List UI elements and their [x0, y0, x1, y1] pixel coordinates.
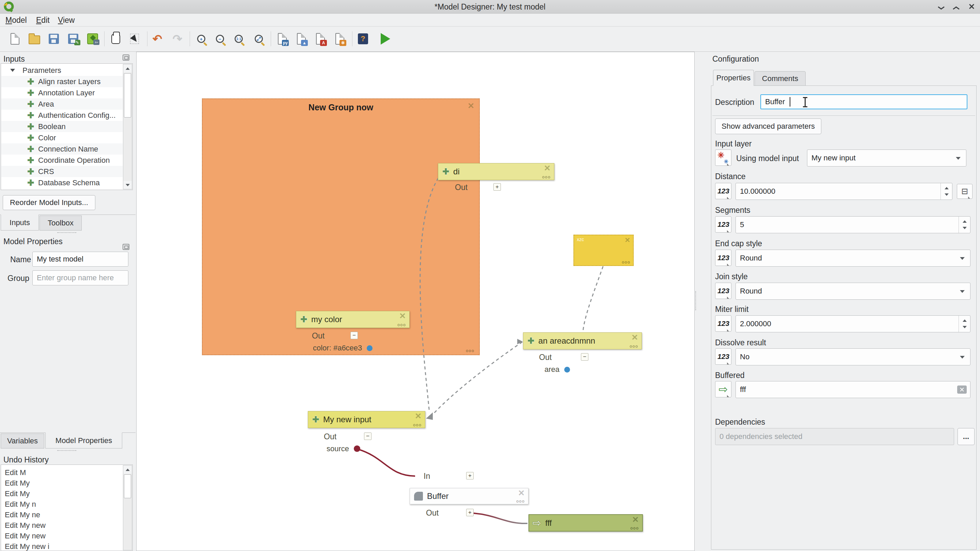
tab-inputs[interactable]: Inputs — [1, 215, 39, 231]
param-item[interactable]: ✚Boolean — [2, 121, 123, 132]
expand-toggle[interactable]: + — [493, 183, 501, 191]
undo-item[interactable]: Edit My — [2, 478, 123, 489]
distance-spinbox[interactable]: 10.000000 — [735, 183, 952, 200]
spin-arrows[interactable] — [959, 217, 970, 233]
join-style-combo[interactable]: Round — [735, 283, 970, 300]
inputs-float-icon[interactable] — [123, 54, 129, 61]
expand-toggle[interactable]: + — [466, 509, 474, 516]
export-pdf-button[interactable]: A — [312, 30, 329, 48]
spin-arrows[interactable] — [959, 316, 970, 332]
undo-item[interactable]: Edit My new — [2, 520, 123, 531]
save-model-as-button[interactable]: ✎ — [65, 30, 81, 48]
new-model-button[interactable] — [7, 30, 23, 48]
model-properties-float-icon[interactable] — [123, 244, 129, 250]
param-item[interactable]: ✚Database Schema — [2, 177, 123, 188]
pan-tool-button[interactable] — [108, 30, 124, 48]
buffered-type-button[interactable]: ⇨ — [715, 381, 732, 397]
param-item[interactable]: ✚Area — [2, 99, 123, 110]
description-field[interactable]: Buffer — [760, 94, 967, 109]
scroll-thumb[interactable] — [124, 475, 131, 498]
model-group-field[interactable]: Enter group name here — [32, 271, 128, 285]
end-cap-type-button[interactable]: 123 — [715, 250, 732, 266]
maximize-button[interactable] — [951, 3, 962, 11]
join-type-button[interactable]: 123 — [715, 283, 732, 299]
tree-scrollbar[interactable] — [123, 64, 132, 190]
delete-node-icon[interactable]: ✕ — [544, 164, 550, 174]
scroll-thumb[interactable] — [124, 73, 131, 118]
minimize-button[interactable] — [936, 3, 947, 11]
dependencies-browse-button[interactable]: ... — [958, 428, 975, 445]
segments-spinbox[interactable]: 5 — [735, 216, 970, 233]
undo-item[interactable]: Edit My n — [2, 498, 123, 510]
collapse-icon[interactable] — [10, 69, 15, 72]
scroll-up-icon[interactable] — [123, 465, 132, 474]
param-item[interactable]: ✚Connection Name — [2, 143, 123, 154]
end-cap-style-combo[interactable]: Round — [735, 250, 970, 267]
node-an-area[interactable]: ✚ an areacdnmnn ✕ ooo — [523, 332, 642, 349]
delete-node-icon[interactable]: ✕ — [399, 311, 406, 321]
tab-comments[interactable]: Comments — [754, 71, 806, 86]
zoom-in-button[interactable]: + — [193, 30, 209, 48]
tree-root-parameters[interactable]: Parameters — [2, 65, 123, 76]
tab-variables[interactable]: Variables — [1, 433, 44, 449]
clear-text-icon[interactable] — [957, 385, 967, 394]
dissolve-type-button[interactable]: 123 — [715, 349, 732, 365]
miter-limit-spinbox[interactable]: 2.000000 — [735, 315, 970, 332]
buffered-output-field[interactable]: fff — [735, 381, 970, 398]
param-item[interactable]: ✚Authentication Config... — [2, 110, 123, 121]
data-defined-override-button[interactable]: ⊟ — [957, 184, 972, 199]
show-advanced-parameters-button[interactable]: Show advanced parameters — [715, 118, 821, 134]
miter-type-button[interactable]: 123 — [715, 315, 732, 332]
help-button[interactable]: ? — [355, 30, 371, 48]
save-model-button[interactable] — [46, 30, 62, 48]
run-model-button[interactable] — [377, 30, 394, 48]
export-svg-button[interactable]: ✲ — [332, 30, 348, 48]
close-button[interactable] — [966, 3, 977, 11]
collapse-toggle[interactable]: − — [581, 353, 589, 361]
delete-comment-icon[interactable]: ✕ — [625, 236, 630, 244]
delete-node-icon[interactable]: ✕ — [518, 488, 525, 498]
delete-node-icon[interactable]: ✕ — [631, 333, 638, 342]
delete-node-icon[interactable]: ✕ — [632, 515, 639, 525]
menu-model[interactable]: Model — [5, 16, 27, 25]
iterate-over-layer-button[interactable]: ✳ ✳ — [715, 150, 732, 166]
redo-button[interactable]: ↷ — [169, 30, 186, 48]
undo-item[interactable]: Edit My ne — [2, 509, 123, 520]
dissolve-result-combo[interactable]: No — [735, 349, 970, 365]
model-name-field[interactable]: My test model — [32, 252, 128, 267]
splitter-handle[interactable] — [57, 450, 76, 452]
undo-button[interactable]: ↶ — [149, 30, 165, 48]
tab-model-properties[interactable]: Model Properties — [45, 433, 122, 449]
undo-item[interactable]: Edit My new i — [2, 541, 123, 551]
collapse-toggle[interactable]: − — [350, 332, 358, 339]
node-buffer[interactable]: Buffer ✕ ooo — [410, 488, 528, 504]
tab-properties[interactable]: Properties — [713, 70, 754, 86]
undo-item[interactable]: Edit My — [2, 488, 123, 499]
comment-box[interactable]: xzc ✕ ooo — [573, 235, 634, 266]
output-socket-dot[interactable] — [367, 345, 372, 351]
param-item[interactable]: ✚Coordinate Operation — [2, 154, 123, 166]
export-python-button[interactable]: py — [274, 30, 290, 48]
save-in-project-button[interactable]: ⇦ — [84, 30, 101, 48]
node-my-color[interactable]: ✚ my color ✕ ooo — [296, 311, 410, 328]
node-my-new-input[interactable]: ✚ My new input ✕ ooo — [308, 411, 425, 428]
node-di[interactable]: ✚ di ✕ ooo — [438, 163, 554, 180]
scroll-up-icon[interactable] — [123, 64, 132, 73]
zoom-actual-button[interactable]: 1:1 — [231, 30, 247, 48]
output-socket-dot[interactable] — [354, 446, 360, 452]
segments-type-button[interactable]: 123 — [715, 216, 732, 233]
reorder-model-inputs-button[interactable]: Reorder Model Inputs... — [3, 195, 95, 210]
undo-item[interactable]: Edit M — [2, 467, 123, 478]
input-layer-combo[interactable]: My new input — [807, 150, 966, 167]
model-canvas[interactable]: New Group now ✕ ooo xzc ✕ ooo ✚ di ✕ ooo… — [136, 52, 695, 551]
dependencies-field[interactable]: 0 dependencies selected — [715, 428, 954, 445]
param-item[interactable]: ✚Align raster Layers — [2, 76, 123, 87]
export-image-button[interactable]: ▲ — [293, 30, 310, 48]
menu-view[interactable]: View — [58, 16, 75, 25]
menu-edit[interactable]: Edit — [36, 16, 50, 25]
distance-type-button[interactable]: 123 — [715, 183, 732, 199]
param-item[interactable]: ✚Annotation Layer — [2, 87, 123, 99]
zoom-out-button[interactable]: − — [212, 30, 228, 48]
undo-item[interactable]: Edit My new — [2, 530, 123, 541]
spin-arrows[interactable] — [940, 183, 952, 199]
